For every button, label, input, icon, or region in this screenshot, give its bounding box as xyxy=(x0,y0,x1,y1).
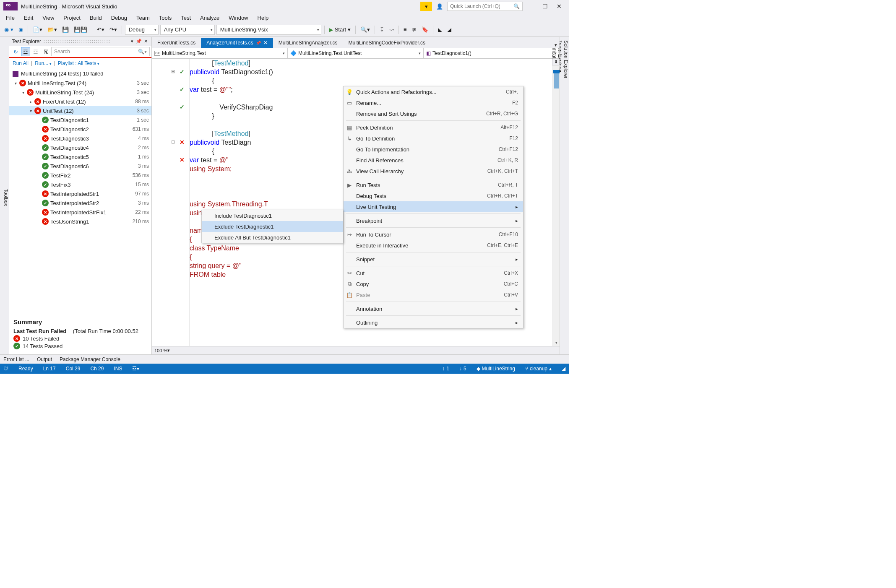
find-button[interactable]: 🔍▾ xyxy=(359,25,372,34)
bottom-tab[interactable]: Package Manager Console xyxy=(60,356,120,362)
undo-button[interactable]: ↶▾ xyxy=(95,25,106,34)
scroll-down-icon[interactable]: ▾ xyxy=(553,339,560,346)
pass-count[interactable]: 14 Tests Passed xyxy=(23,343,63,349)
ctx-rename-[interactable]: ▭Rename...F2 xyxy=(344,97,523,108)
test-tree-row[interactable]: ✓TestDiagnostic11 sec xyxy=(9,115,151,125)
platform-combo[interactable]: Any CPU xyxy=(160,25,215,35)
group-by-button[interactable]: ☲ xyxy=(21,47,30,56)
run-all-link[interactable]: Run All xyxy=(13,60,29,66)
ctx-annotation[interactable]: Annotation▸ xyxy=(344,303,523,314)
menu-build[interactable]: Build xyxy=(86,14,106,22)
test-tree-row[interactable]: ▾✕UnitTest (12)3 sec xyxy=(9,106,151,115)
test-tree-row[interactable]: ✕TestDiagnostic34 ms xyxy=(9,134,151,143)
status-pull[interactable]: ↓ 5 xyxy=(459,366,466,372)
doc-tab[interactable]: MultiLineStringCodeFixProvider.cs xyxy=(343,38,430,48)
ctx-live-unit-testing[interactable]: Live Unit Testing▸ xyxy=(344,201,523,212)
namespace-combo[interactable]: C#MultiLineString.Test xyxy=(152,48,288,58)
right-tab-solution-explorer[interactable]: Solution Explorer xyxy=(563,40,569,348)
ctx-execute-in-interactive[interactable]: Execute in InteractiveCtrl+E, Ctrl+E xyxy=(344,240,523,251)
menu-debug[interactable]: Debug xyxy=(107,14,131,22)
status-repo[interactable]: ◆ MultiLineString xyxy=(477,366,515,372)
menu-window[interactable]: Window xyxy=(224,14,252,22)
ctx-go-to-implementation[interactable]: Go To ImplementationCtrl+F12 xyxy=(344,144,523,155)
submenu-item[interactable]: Exclude All But TestDiagnostic1 xyxy=(202,232,343,243)
document-tabs[interactable]: FixerUnitTests.csAnalyzerUnitTests.cs📌✕M… xyxy=(152,37,560,48)
list-view-button[interactable]: ☲ xyxy=(31,47,40,56)
test-tree-row[interactable]: ▸✕FixerUnitTest (12)88 ms xyxy=(9,97,151,106)
zoom-level[interactable]: 100 % xyxy=(154,348,167,353)
new-project-button[interactable]: 📄▾ xyxy=(31,25,44,34)
menu-view[interactable]: View xyxy=(38,14,58,22)
fold-button[interactable]: ⊟ xyxy=(171,69,177,74)
test-tree-row[interactable]: ✓TestInterpolatedStr23 ms xyxy=(9,198,151,208)
menu-help[interactable]: Help xyxy=(253,14,273,22)
menu-project[interactable]: Project xyxy=(59,14,84,22)
test-glyph-fail[interactable]: ✕ xyxy=(178,156,186,163)
startup-combo[interactable]: MultiLineString.Vsix xyxy=(216,25,321,35)
ctx-run-tests[interactable]: ▶Run TestsCtrl+R, T xyxy=(344,180,523,190)
quick-launch-input[interactable]: Quick Launch (Ctrl+Q) 🔍 xyxy=(447,2,523,11)
menu-analyze[interactable]: Analyze xyxy=(196,14,224,22)
fold-button[interactable]: ⊟ xyxy=(171,139,177,145)
nav-fwd-button[interactable]: ◉ xyxy=(17,25,25,34)
ctx-remove-and-sort-usings[interactable]: Remove and Sort UsingsCtrl+R, Ctrl+G xyxy=(344,108,523,119)
start-button[interactable]: ▶Start ▾ xyxy=(328,25,352,34)
test-tree-row[interactable]: ✓TestDiagnostic63 ms xyxy=(9,161,151,171)
test-tree-row[interactable]: ✕TestInterpolatedStr197 ms xyxy=(9,189,151,198)
menu-edit[interactable]: Edit xyxy=(20,14,37,22)
test-tree-row[interactable]: ✓TestDiagnostic42 ms xyxy=(9,143,151,152)
close-button[interactable]: ✕ xyxy=(553,2,565,11)
scroll-thumb[interactable] xyxy=(554,72,559,88)
flag2-button[interactable]: ◢ xyxy=(445,25,453,34)
comment-button[interactable]: ≡ xyxy=(402,25,409,34)
ctx-snippet[interactable]: Snippet▸ xyxy=(344,254,523,265)
ctx-cut[interactable]: ✂CutCtrl+X xyxy=(344,268,523,278)
menu-team[interactable]: Team xyxy=(132,14,154,22)
flag1-button[interactable]: ◣ xyxy=(436,25,444,34)
doc-tab[interactable]: AnalyzerUnitTests.cs📌✕ xyxy=(201,38,273,48)
doc-tab[interactable]: MultiLineStringAnalyzer.cs xyxy=(273,38,343,48)
save-button[interactable]: 💾 xyxy=(60,25,70,34)
test-glyph-pass[interactable]: ✓ xyxy=(178,86,186,93)
maximize-button[interactable]: ☐ xyxy=(539,2,551,11)
panel-dropdown-button[interactable]: ▾ xyxy=(129,39,135,44)
playlist-link[interactable]: Playlist : All Tests xyxy=(58,60,99,66)
status-misc-icon[interactable]: ☲▾ xyxy=(132,366,139,372)
config-combo[interactable]: Debug xyxy=(125,25,159,35)
ctx-breakpoint[interactable]: Breakpoint▸ xyxy=(344,215,523,226)
ctx-find-all-references[interactable]: Find All ReferencesCtrl+K, R xyxy=(344,155,523,166)
menu-file[interactable]: File xyxy=(2,14,19,22)
fail-count[interactable]: 10 Tests Failed xyxy=(23,336,59,342)
open-button[interactable]: 📂▾ xyxy=(46,25,59,34)
menu-test[interactable]: Test xyxy=(177,14,195,22)
ctx-go-to-definition[interactable]: ↳Go To DefinitionF12 xyxy=(344,133,523,144)
bottom-tab[interactable]: Error List ... xyxy=(3,356,29,362)
submenu-item[interactable]: Exclude TestDiagnostic1 xyxy=(202,221,343,232)
step-over-button[interactable]: ⤻ xyxy=(388,25,396,34)
nav-back-button[interactable]: ◉ ▾ xyxy=(3,25,15,34)
step-into-button[interactable]: ↧ xyxy=(378,25,386,34)
test-tree-row[interactable]: ▾✕MultiLineString.Test (24)3 sec xyxy=(9,78,151,88)
test-glyph-fail[interactable]: ✕ xyxy=(178,139,186,146)
test-tree[interactable]: ▾✕MultiLineString.Test (24)3 sec▾✕MultiL… xyxy=(9,78,151,314)
test-tree-row[interactable]: ✕TestInterpolatedStrFix122 ms xyxy=(9,208,151,217)
test-search-input[interactable]: Search🔍▾ xyxy=(51,47,150,56)
test-tree-row[interactable]: ✓TestFix2536 ms xyxy=(9,171,151,180)
ctx-outlining[interactable]: Outlining▸ xyxy=(344,317,523,328)
test-tree-row[interactable]: ✕TestJsonString1210 ms xyxy=(9,217,151,226)
test-glyph-pass[interactable]: ✓ xyxy=(178,68,186,75)
class-combo[interactable]: 🔷MultiLineString.Test.UnitTest xyxy=(288,48,424,58)
status-push[interactable]: ↑ 1 xyxy=(442,366,449,372)
run-failed-button[interactable]: ↻ xyxy=(11,47,20,56)
split-button[interactable]: ⬍ xyxy=(552,59,560,65)
ctx-copy[interactable]: ⧉CopyCtrl+C xyxy=(344,278,523,289)
settings-button[interactable]: ⛕ xyxy=(41,47,50,56)
submenu-item[interactable]: Include TestDiagnostic1 xyxy=(202,210,343,221)
method-combo[interactable]: ◧TestDiagnostic1() xyxy=(424,48,560,58)
status-branch[interactable]: ⑂ cleanup ▴ xyxy=(525,366,552,372)
flag-icon[interactable]: ▾ xyxy=(420,2,432,11)
feedback-icon[interactable]: 👤 xyxy=(434,2,445,11)
test-tree-row[interactable]: ▾✕MultiLineString.Test (24)3 sec xyxy=(9,88,151,97)
ctx-run-to-cursor[interactable]: ↦Run To CursorCtrl+F10 xyxy=(344,229,523,240)
context-menu[interactable]: 💡Quick Actions and Refactorings...Ctrl+.… xyxy=(343,86,524,328)
